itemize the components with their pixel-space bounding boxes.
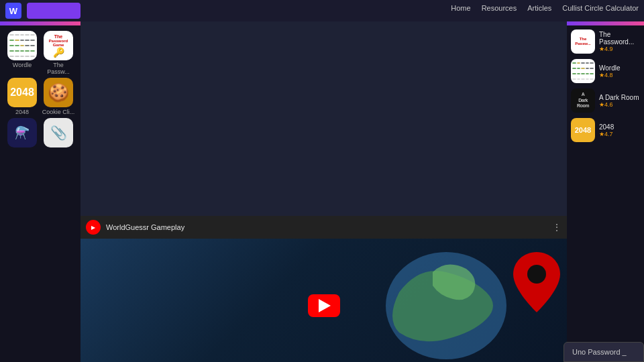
- app-label-wordle: Wordle: [13, 62, 32, 68]
- right-wordle-info: Wordle ★4.8: [599, 64, 621, 78]
- app-label-password: The Passw...: [42, 62, 75, 75]
- main-content: Wordle The Password Game 🔑 The Passw... …: [0, 21, 644, 362]
- uno-password-overlay: Uno Password _: [564, 342, 644, 362]
- yt-logo: ▶: [86, 220, 101, 235]
- svg-point-1: [527, 265, 546, 284]
- right-passw-name: The Password...: [599, 31, 640, 46]
- nav-articles[interactable]: Articles: [527, 4, 551, 12]
- paperclip-icon: 📎: [44, 118, 73, 147]
- right-wordle-icon: [571, 59, 595, 83]
- 2048-label: 2048: [10, 86, 34, 99]
- right-dark-rating: ★4.6: [599, 101, 639, 108]
- browser-logo: W: [5, 3, 21, 19]
- right-passw-rating: ★4.9: [599, 46, 640, 52]
- top-bar: W Home Resources Articles Cullist Circle…: [0, 0, 644, 21]
- right-sidebar: ThePassw... The Password... ★4.9 Wordle: [567, 21, 644, 362]
- play-triangle: [319, 299, 331, 312]
- yt-menu-dots[interactable]: ⋮: [552, 222, 561, 233]
- pin-svg: [510, 249, 564, 316]
- right-2048-rating: ★4.7: [599, 131, 614, 137]
- app-item-paperclip[interactable]: 📎: [42, 118, 75, 147]
- nav-bar: Home Resources Articles Cullist Circle C…: [451, 4, 639, 12]
- nav-resources[interactable]: Resources: [482, 4, 517, 12]
- right-2048-name: 2048: [599, 123, 614, 131]
- yt-title: WorldGuessr Gameplay: [106, 223, 547, 231]
- app-item-wordle[interactable]: Wordle: [5, 31, 39, 75]
- app-item-password[interactable]: The Password Game 🔑 The Passw...: [42, 31, 75, 75]
- right-2048-info: 2048 ★4.7: [599, 123, 614, 137]
- right-app-item-password[interactable]: ThePassw... The Password... ★4.9: [571, 29, 640, 54]
- nav-calculator[interactable]: Cullist Circle Calculator: [562, 4, 639, 12]
- center-area: ▶ WorldGuessr Gameplay ⋮: [80, 21, 567, 362]
- app-item-alchemy[interactable]: ⚗️: [5, 118, 39, 147]
- right-dark-name: A Dark Room: [599, 94, 639, 101]
- password-icon: The Password Game 🔑: [44, 31, 73, 60]
- right-app-list: ThePassw... The Password... ★4.9 Wordle: [567, 25, 644, 146]
- 2048-icon: 2048: [7, 78, 37, 107]
- browser-tab[interactable]: [27, 3, 80, 19]
- right-app-item-2048[interactable]: 2048 2048 ★4.7: [571, 118, 640, 142]
- cookie-icon: 🍪: [44, 78, 73, 107]
- play-button[interactable]: [308, 294, 340, 317]
- right-passw-info: The Password... ★4.9: [599, 31, 640, 52]
- right-passw-icon: ThePassw...: [571, 29, 595, 54]
- app-item-2048[interactable]: 2048 2048: [5, 78, 39, 115]
- app-label-2048: 2048: [15, 109, 29, 115]
- app-grid: Wordle The Password Game 🔑 The Passw... …: [0, 25, 80, 153]
- wordle-icon: [7, 31, 37, 60]
- yt-player: ▶ WorldGuessr Gameplay ⋮: [80, 216, 567, 362]
- app-item-cookie[interactable]: 🍪 Cookie Cli...: [42, 78, 75, 115]
- right-dark-info: A Dark Room ★4.6: [599, 94, 639, 108]
- yt-header: ▶ WorldGuessr Gameplay ⋮: [80, 216, 567, 239]
- right-app-item-dark[interactable]: ADarkRoom A Dark Room ★4.6: [571, 88, 640, 113]
- video-placeholder: [80, 21, 567, 216]
- right-app-item-wordle[interactable]: Wordle ★4.8: [571, 59, 640, 83]
- right-wordle-name: Wordle: [599, 64, 621, 72]
- uno-password-text: Uno Password _: [572, 348, 627, 356]
- nav-home[interactable]: Home: [451, 4, 470, 12]
- app-label-cookie: Cookie Cli...: [42, 109, 75, 115]
- right-2048-icon: 2048: [571, 118, 595, 142]
- right-dark-icon: ADarkRoom: [571, 88, 595, 113]
- right-wordle-rating: ★4.8: [599, 72, 621, 78]
- left-sidebar: Wordle The Password Game 🔑 The Passw... …: [0, 21, 80, 362]
- yt-thumbnail[interactable]: [80, 239, 567, 362]
- alchemy-icon: ⚗️: [7, 118, 37, 147]
